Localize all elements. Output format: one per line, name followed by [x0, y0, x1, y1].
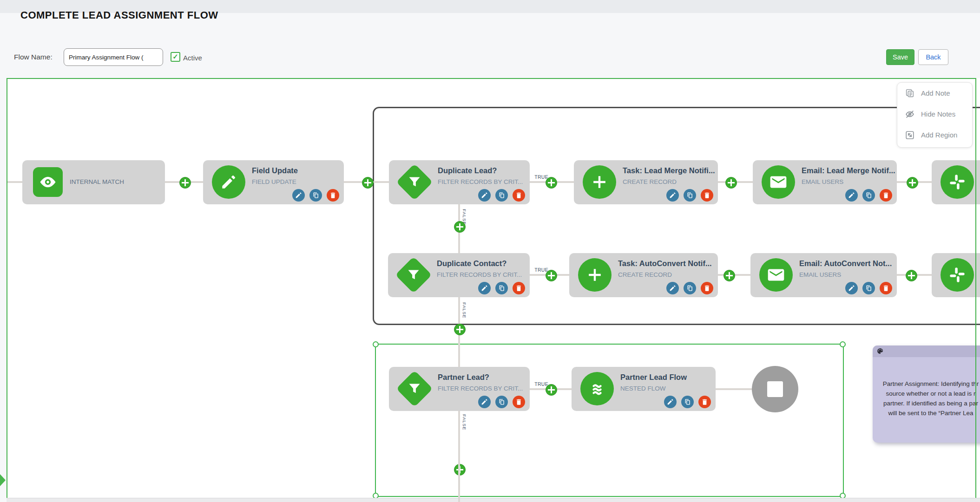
canvas-pan-arrow[interactable]: [0, 474, 6, 486]
add-step-button[interactable]: [179, 177, 191, 189]
add-step-button[interactable]: [723, 270, 735, 281]
nested-flow-icon: [580, 372, 614, 405]
note-line: will be sent to the “Partner Lea: [873, 408, 980, 418]
node-field-update[interactable]: Field UpdateFIELD UPDATE: [203, 160, 344, 204]
copy-button[interactable]: [862, 282, 875, 294]
edit-button[interactable]: [478, 189, 491, 202]
funnel-icon: [396, 163, 433, 200]
edge-label-false: FALSE: [462, 414, 467, 430]
menu-item-hide-notes[interactable]: Hide Notes: [897, 104, 972, 124]
add-note-icon: [905, 88, 915, 98]
region-resize-handle[interactable]: [840, 341, 846, 347]
node-label: INTERNAL MATCH: [70, 178, 124, 185]
node-title: Partner Lead Flow: [620, 373, 687, 382]
copy-button[interactable]: [495, 189, 508, 202]
delete-button[interactable]: [698, 396, 711, 408]
delete-button[interactable]: [701, 189, 713, 202]
page-title: COMPLETE LEAD ASSIGNMENT FLOW: [20, 9, 218, 21]
pencil-icon: [212, 165, 245, 199]
menu-item-add-region[interactable]: Add Region: [897, 124, 972, 145]
save-button[interactable]: Save: [886, 49, 914, 65]
add-step-button[interactable]: [725, 177, 737, 189]
envelope-icon: [759, 258, 793, 292]
copy-button[interactable]: [681, 396, 694, 408]
edit-button[interactable]: [845, 282, 858, 294]
node-subtitle: FILTER RECORDS BY CRIT...: [438, 178, 523, 185]
add-step-button[interactable]: [907, 177, 918, 189]
funnel-icon: [395, 256, 432, 293]
flow-note[interactable]: Partner Assignment: Identifying thrsourc…: [873, 346, 980, 443]
node-task-lead-merge[interactable]: Task: Lead Merge Notifi...CREATE RECORD: [574, 160, 718, 204]
copy-button[interactable]: [684, 189, 696, 202]
node-task-autoconvert[interactable]: Task: AutoConvert Notif...CREATE RECORD: [569, 253, 718, 297]
node-slack-2[interactable]: [932, 253, 980, 297]
connector-line: [458, 411, 460, 502]
region-resize-handle[interactable]: [373, 341, 379, 347]
add-step-button[interactable]: [546, 270, 557, 281]
delete-button[interactable]: [513, 189, 525, 202]
node-partner-lead[interactable]: Partner Lead?FILTER RECORDS BY CRIT...: [389, 367, 530, 411]
add-step-button[interactable]: [454, 221, 466, 233]
copy-button[interactable]: [862, 189, 875, 202]
copy-button[interactable]: [684, 282, 696, 294]
add-step-button[interactable]: [362, 177, 374, 189]
menu-item-label: Add Region: [921, 131, 957, 139]
note-line: partner. If identified as being a par: [873, 398, 980, 408]
copy-button[interactable]: [309, 189, 322, 202]
funnel-icon: [396, 370, 433, 407]
edit-button[interactable]: [666, 282, 679, 294]
horizontal-scrollbar[interactable]: [7, 498, 980, 502]
flow-name-input[interactable]: [64, 48, 163, 66]
delete-button[interactable]: [880, 189, 892, 202]
stop-icon: [767, 381, 783, 397]
node-slack-1[interactable]: [932, 160, 980, 204]
edit-button[interactable]: [666, 189, 679, 202]
node-duplicate-lead[interactable]: Duplicate Lead?FILTER RECORDS BY CRIT...: [389, 160, 530, 204]
canvas-border-right: [975, 78, 976, 502]
node-subtitle: CREATE RECORD: [623, 178, 677, 185]
node-stop[interactable]: [752, 366, 798, 412]
node-email-autoconvert[interactable]: Email: AutoConvert Not...EMAIL USERS: [750, 253, 897, 297]
flow-builder-screen: COMPLETE LEAD ASSIGNMENT FLOW Flow Name:…: [0, 0, 980, 502]
canvas-border-top: [7, 78, 976, 79]
menu-item-add-note[interactable]: Add Note: [897, 83, 972, 104]
add-step-button[interactable]: [546, 384, 557, 396]
edit-button[interactable]: [478, 282, 491, 294]
edit-button[interactable]: [478, 396, 491, 408]
delete-button[interactable]: [880, 282, 892, 294]
node-subtitle: EMAIL USERS: [802, 178, 843, 185]
node-subtitle: FIELD UPDATE: [252, 178, 296, 185]
node-subtitle: FILTER RECORDS BY CRIT...: [437, 271, 522, 278]
active-checkbox-label: Active: [183, 54, 202, 62]
menu-item-label: Add Note: [921, 89, 950, 97]
eye-icon: [33, 167, 63, 197]
copy-button[interactable]: [495, 282, 508, 294]
add-step-button[interactable]: [906, 270, 917, 281]
node-email-lead-merge[interactable]: Email: Lead Merge Notif...EMAIL USERS: [753, 160, 897, 204]
plus-icon: [578, 258, 612, 292]
edit-button[interactable]: [292, 189, 305, 202]
connector-line: [716, 388, 754, 390]
connector-line: [7, 181, 22, 183]
delete-button[interactable]: [701, 282, 713, 294]
delete-button[interactable]: [327, 189, 339, 202]
edit-button[interactable]: [664, 396, 677, 408]
add-step-button[interactable]: [454, 324, 466, 335]
node-duplicate-contact[interactable]: Duplicate Contact?FILTER RECORDS BY CRIT…: [388, 253, 530, 297]
note-line: Partner Assignment: Identifying thr: [873, 379, 980, 389]
slack-icon: [941, 258, 974, 292]
node-title: Email: AutoConvert Not...: [799, 259, 892, 268]
active-checkbox[interactable]: ✓: [171, 52, 180, 62]
copy-button[interactable]: [495, 396, 508, 408]
node-partner-lead-flow[interactable]: Partner Lead FlowNESTED FLOW: [572, 367, 716, 411]
delete-button[interactable]: [513, 282, 525, 294]
node-title: Task: Lead Merge Notifi...: [623, 166, 715, 175]
back-button[interactable]: Back: [918, 49, 948, 65]
edit-button[interactable]: [845, 189, 858, 202]
canvas-border-left: [7, 78, 7, 502]
envelope-icon: [762, 165, 795, 199]
node-internal-match[interactable]: INTERNAL MATCH: [22, 160, 165, 204]
hide-notes-icon: [905, 109, 915, 119]
delete-button[interactable]: [513, 396, 525, 408]
add-step-button[interactable]: [546, 177, 557, 189]
